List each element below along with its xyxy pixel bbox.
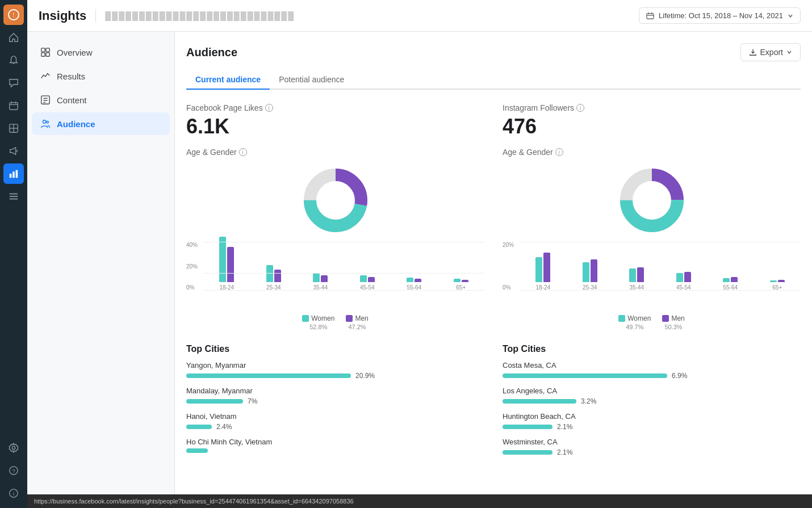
sidebar-results-label: Results	[57, 72, 85, 81]
page-title: Insights	[39, 9, 86, 23]
facebook-donut	[186, 163, 484, 237]
sidebar-item-audience[interactable]: Audience	[32, 112, 170, 135]
sidebar-item-overview[interactable]: Overview	[32, 41, 170, 64]
svg-rect-9	[10, 174, 12, 178]
city-bar	[186, 448, 208, 453]
facebook-metric-value: 6.1K	[186, 115, 484, 138]
city-bar	[503, 450, 553, 455]
instagram-top-cities: Top Cities Costa Mesa, CA 6.9% Los Angel…	[503, 344, 801, 456]
svg-rect-25	[46, 48, 49, 52]
metrics-grid: Facebook Page Likes i 6.1K Age & Gender …	[186, 103, 801, 463]
svg-rect-24	[41, 48, 45, 52]
facebook-age-gender-info[interactable]: i	[239, 148, 247, 156]
ig-men-color-dot	[662, 315, 669, 322]
city-row: Yangon, Myanmar 20.9%	[186, 361, 484, 380]
svg-rect-26	[41, 53, 45, 56]
instagram-metric-label: Instagram Followers i	[503, 103, 801, 112]
sidebar: Overview Results Content Audience	[27, 32, 175, 494]
instagram-cities-title: Top Cities	[503, 344, 801, 354]
city-row: Los Angeles, CA 3.2%	[503, 387, 801, 405]
status-url: https://business.facebook.com/latest/ins…	[34, 498, 354, 505]
export-label: Export	[760, 48, 783, 57]
info-icon[interactable]: i	[3, 483, 24, 503]
sidebar-item-content[interactable]: Content	[32, 89, 170, 111]
facebook-top-cities: Top Cities Yangon, Myanmar 20.9% Mandala…	[186, 344, 484, 453]
chart-icon[interactable]	[3, 163, 24, 184]
facebook-age-gender-label: Age & Gender i	[186, 148, 484, 157]
overview-icon	[40, 47, 51, 58]
instagram-legend: Women 49.7% Men 50.3%	[503, 314, 801, 330]
svg-rect-11	[16, 170, 18, 178]
instagram-age-gender-label: Age & Gender i	[503, 148, 801, 157]
audience-title: Audience	[186, 46, 237, 59]
main-content: Audience Export Current audience Potenti…	[175, 32, 812, 494]
svg-rect-27	[46, 53, 49, 56]
date-range-button[interactable]: Lifetime: Oct 15, 2018 – Nov 14, 2021	[639, 7, 801, 24]
download-icon	[749, 48, 757, 56]
instagram-info-icon[interactable]: i	[576, 104, 584, 112]
bell-icon[interactable]	[3, 50, 24, 70]
facebook-info-icon[interactable]: i	[265, 104, 273, 112]
export-button[interactable]: Export	[740, 43, 801, 61]
results-icon	[40, 70, 51, 82]
tab-potential-audience[interactable]: Potential audience	[270, 70, 353, 90]
city-row: Ho Chi Minh City, Vietnam	[186, 438, 484, 453]
city-row: Westminster, CA 2.1%	[503, 438, 801, 456]
svg-rect-20	[647, 13, 654, 19]
svg-text:!: !	[13, 12, 15, 18]
menu-icon[interactable]	[3, 186, 24, 207]
status-bar: https://business.facebook.com/latest/ins…	[27, 494, 812, 508]
city-bar	[503, 425, 553, 429]
tab-current-audience[interactable]: Current audience	[186, 70, 270, 90]
city-row: Costa Mesa, CA 6.9%	[503, 361, 801, 380]
facebook-cities-title: Top Cities	[186, 344, 484, 354]
calendar-small-icon	[646, 12, 654, 20]
content-area: Overview Results Content Audience	[27, 32, 812, 494]
women-color-dot	[302, 315, 309, 322]
icon-bar: ! ? i	[0, 0, 27, 508]
top-header: Insights ████████████████████████████ Li…	[27, 0, 812, 32]
men-color-dot	[346, 315, 353, 322]
chevron-down-icon	[788, 13, 793, 19]
sidebar-content-label: Content	[57, 95, 87, 105]
city-row: Huntington Beach, CA 2.1%	[503, 412, 801, 431]
city-bar	[186, 425, 212, 429]
audience-header: Audience Export	[186, 43, 801, 61]
city-bar	[186, 399, 243, 404]
facebook-column: Facebook Page Likes i 6.1K Age & Gender …	[186, 103, 484, 463]
facebook-legend: Women 52.8% Men 47.2%	[186, 314, 484, 330]
svg-rect-10	[12, 171, 15, 178]
audience-icon	[40, 118, 51, 129]
city-bar	[503, 373, 667, 378]
instagram-column: Instagram Followers i 476 Age & Gender i	[503, 103, 801, 463]
svg-point-32	[43, 120, 46, 123]
audience-tabs: Current audience Potential audience	[186, 70, 801, 90]
date-range-text: Lifetime: Oct 15, 2018 – Nov 14, 2021	[659, 11, 783, 20]
header-divider	[95, 9, 96, 23]
svg-point-15	[12, 446, 15, 449]
city-row: Hanoi, Vietnam 2.4%	[186, 412, 484, 431]
svg-text:?: ?	[12, 468, 15, 474]
facebook-metric-label: Facebook Page Likes i	[186, 103, 484, 112]
chat-icon[interactable]	[3, 73, 24, 93]
sidebar-overview-label: Overview	[57, 48, 93, 57]
help-icon[interactable]: ?	[3, 460, 24, 481]
instagram-metric-value: 476	[503, 115, 801, 138]
ig-women-color-dot	[618, 315, 625, 322]
svg-rect-2	[10, 103, 18, 110]
logo-icon[interactable]: !	[3, 5, 24, 25]
breadcrumb: ████████████████████████████	[105, 11, 630, 20]
instagram-age-gender-info[interactable]: i	[555, 148, 563, 156]
export-chevron-icon	[786, 49, 792, 55]
settings-icon[interactable]	[3, 438, 24, 458]
sidebar-item-results[interactable]: Results	[32, 65, 170, 87]
city-row: Mandalay, Myanmar 7%	[186, 387, 484, 405]
city-bar	[503, 399, 576, 404]
svg-point-33	[47, 121, 49, 124]
megaphone-icon[interactable]	[3, 141, 24, 161]
instagram-bar-chart: 20% 0%	[503, 242, 801, 310]
home-icon[interactable]	[3, 27, 24, 48]
calendar-icon[interactable]	[3, 95, 24, 116]
table-icon[interactable]	[3, 118, 24, 138]
facebook-bar-chart: 40% 20% 0%	[186, 242, 484, 310]
